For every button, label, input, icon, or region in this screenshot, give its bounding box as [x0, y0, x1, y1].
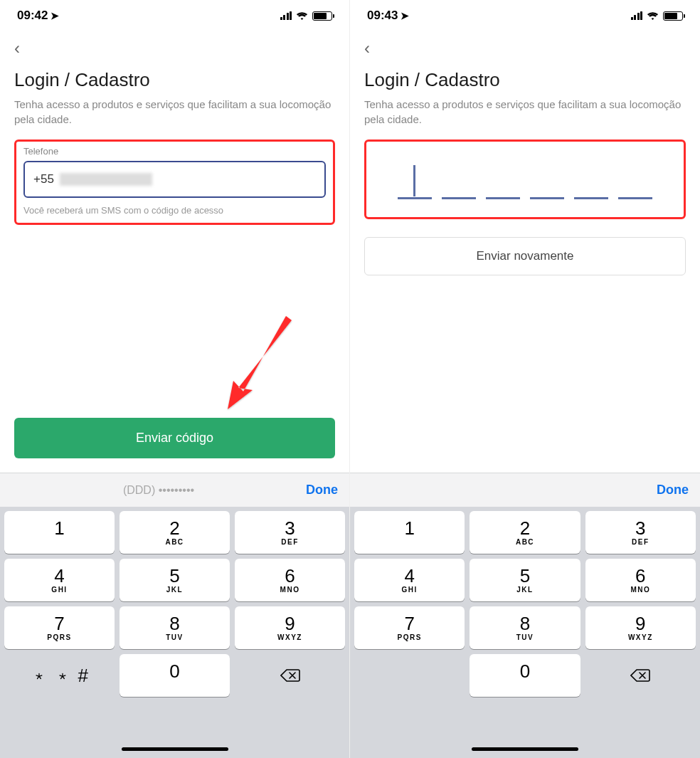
otp-digit-1[interactable]	[398, 164, 432, 199]
keypad-key-7[interactable]: 7PQRS	[4, 606, 115, 649]
blank-key	[354, 654, 465, 697]
keypad-key-9[interactable]: 9WXYZ	[235, 606, 345, 649]
location-icon: ➤	[51, 10, 59, 21]
keypad-key-8[interactable]: 8TUV	[120, 606, 230, 649]
phone-prefix: +55	[33, 172, 54, 186]
keypad-key-4[interactable]: 4GHI	[354, 559, 465, 601]
signal-icon	[280, 11, 292, 20]
keypad-key-1[interactable]: 1	[4, 511, 115, 554]
page-title: Login / Cadastro	[364, 69, 686, 91]
page-subtitle: Tenha acesso a produtos e serviços que f…	[364, 97, 686, 127]
backspace-key[interactable]	[235, 654, 345, 697]
home-indicator[interactable]	[472, 747, 578, 751]
resend-button[interactable]: Enviar novamente	[364, 237, 686, 275]
otp-input[interactable]	[373, 146, 677, 210]
keyboard-placeholder: (DDD) •••••••••	[123, 484, 194, 497]
location-icon: ➤	[401, 10, 409, 21]
keypad-key-2[interactable]: 2ABC	[120, 511, 230, 554]
keypad-key-﹡  ﹡  #[interactable]: ﹡ ﹡ #	[4, 654, 115, 697]
phone-field-highlight: Telefone +55 Você receberá um SMS com o …	[14, 140, 335, 225]
keypad-key-9[interactable]: 9WXYZ	[585, 606, 696, 649]
keypad-key-4[interactable]: 4GHI	[4, 559, 115, 601]
phone-helper: Você receberá um SMS com o código de ace…	[23, 205, 326, 216]
home-indicator[interactable]	[122, 747, 228, 751]
back-button[interactable]: ‹	[14, 38, 20, 58]
send-code-button[interactable]: Enviar código	[14, 418, 335, 458]
keyboard-done-button[interactable]: Done	[657, 483, 689, 498]
keypad-key-6[interactable]: 6MNO	[585, 559, 696, 601]
otp-digit-4[interactable]	[530, 164, 564, 199]
phone-label: Telefone	[23, 146, 326, 157]
keypad-key-0[interactable]: 0	[120, 654, 230, 697]
numeric-keypad: 1 2ABC3DEF4GHI5JKL6MNO7PQRS8TUV9WXYZ﹡ ﹡ …	[0, 507, 349, 701]
wifi-icon	[647, 11, 659, 21]
otp-digit-6[interactable]	[618, 164, 652, 199]
phone-input[interactable]: +55	[23, 161, 326, 198]
back-button[interactable]: ‹	[364, 38, 370, 58]
keypad-key-8[interactable]: 8TUV	[470, 606, 580, 649]
keypad-key-2[interactable]: 2ABC	[470, 511, 580, 554]
status-time: 09:43	[367, 9, 398, 23]
otp-digit-2[interactable]	[442, 164, 476, 199]
keypad-key-7[interactable]: 7PQRS	[354, 606, 465, 649]
numeric-keypad: 1 2ABC3DEF4GHI5JKL6MNO7PQRS8TUV9WXYZ0	[350, 507, 700, 701]
otp-digit-5[interactable]	[574, 164, 608, 199]
keypad-key-3[interactable]: 3DEF	[235, 511, 345, 554]
phone-screen-left: 09:42 ➤ ‹ Login / Cadastro Tenha acesso …	[0, 0, 350, 758]
phone-screen-right: 09:43 ➤ ‹ Login / Cadastro Tenha acesso …	[350, 0, 700, 758]
home-indicator-area	[0, 701, 349, 758]
wifi-icon	[296, 11, 308, 21]
battery-icon	[312, 11, 332, 21]
keyboard-toolbar: (DDD) ••••••••• Done	[0, 473, 349, 507]
keypad-key-5[interactable]: 5JKL	[120, 559, 230, 601]
keypad-key-0[interactable]: 0	[470, 654, 580, 697]
keypad-key-3[interactable]: 3DEF	[585, 511, 696, 554]
otp-field-highlight	[364, 140, 686, 219]
page-title: Login / Cadastro	[14, 69, 335, 91]
phone-number-blurred	[60, 173, 152, 186]
otp-digit-3[interactable]	[486, 164, 520, 199]
backspace-key[interactable]	[585, 654, 696, 697]
keypad-key-1[interactable]: 1	[354, 511, 465, 554]
keyboard-done-button[interactable]: Done	[306, 483, 338, 498]
keypad-key-6[interactable]: 6MNO	[235, 559, 345, 601]
keypad-key-5[interactable]: 5JKL	[470, 559, 580, 601]
signal-icon	[631, 11, 643, 20]
status-bar: 09:42 ➤	[0, 0, 349, 31]
page-subtitle: Tenha acesso a produtos e serviços que f…	[14, 97, 335, 127]
home-indicator-area	[350, 701, 700, 758]
status-bar: 09:43 ➤	[350, 0, 700, 31]
status-time: 09:42	[17, 9, 48, 23]
battery-icon	[663, 11, 683, 21]
keyboard-toolbar: Done	[350, 473, 700, 507]
